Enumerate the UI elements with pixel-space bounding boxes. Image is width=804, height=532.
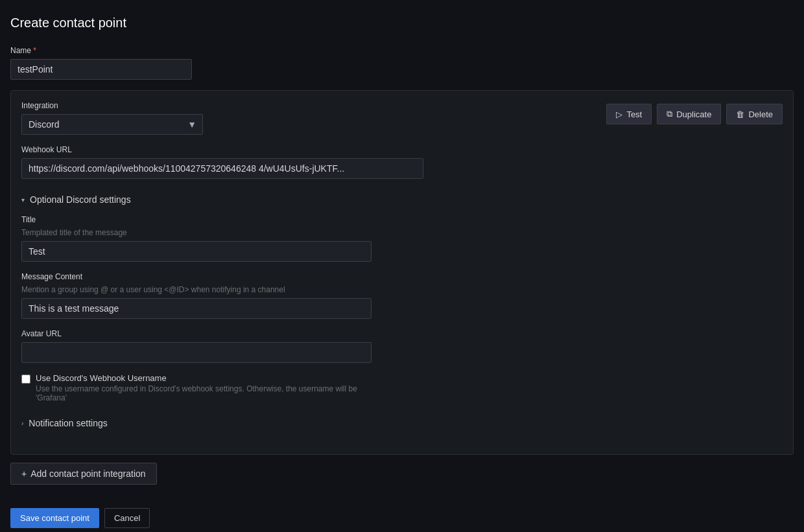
webhook-url-label: Webhook URL — [21, 145, 783, 154]
message-content-input[interactable] — [21, 298, 372, 319]
copy-icon: ⧉ — [667, 109, 672, 119]
webhook-username-label-group: Use Discord's Webhook Username Use the u… — [36, 373, 360, 402]
message-content-label: Message Content — [21, 272, 783, 281]
optional-discord-title: Optional Discord settings — [30, 194, 131, 205]
bottom-action-bar: Save contact point Cancel — [10, 508, 794, 528]
duplicate-button[interactable]: ⧉ Duplicate — [657, 104, 721, 124]
optional-discord-section: ▾ Optional Discord settings Title Templa… — [21, 189, 783, 402]
avatar-url-label: Avatar URL — [21, 329, 783, 338]
avatar-url-input[interactable] — [21, 342, 372, 363]
name-input[interactable] — [10, 59, 192, 80]
add-integration-label: Add contact point integration — [30, 468, 145, 479]
notification-settings-title: Notification settings — [29, 418, 107, 428]
webhook-username-checkbox[interactable] — [21, 375, 30, 384]
webhook-url-input[interactable] — [21, 158, 423, 179]
integration-label: Integration — [21, 101, 606, 110]
delete-button[interactable]: 🗑 Delete — [726, 104, 783, 124]
title-field-label: Title — [21, 215, 783, 224]
play-icon: ▷ — [616, 110, 622, 119]
integration-card: Integration Discord Email Slack PagerDut… — [10, 90, 794, 455]
plus-icon: + — [21, 468, 27, 479]
message-content-description: Mention a group using @ or a user using … — [21, 285, 783, 294]
save-contact-point-button[interactable]: Save contact point — [10, 508, 99, 528]
optional-discord-toggle[interactable]: ▾ Optional Discord settings — [21, 189, 783, 210]
name-required-indicator: * — [33, 46, 36, 55]
page-title: Create contact point — [10, 16, 794, 30]
webhook-username-label: Use Discord's Webhook Username — [36, 373, 360, 383]
chevron-down-icon: ▾ — [21, 196, 25, 203]
optional-discord-content: Title Templated title of the message Mes… — [21, 210, 783, 402]
name-label: Name * — [10, 46, 794, 55]
test-button[interactable]: ▷ Test — [606, 104, 652, 124]
integration-select[interactable]: Discord Email Slack PagerDuty Webhook — [21, 114, 203, 135]
integration-select-wrapper: Discord Email Slack PagerDuty Webhook ▼ — [21, 114, 203, 135]
integration-action-buttons: ▷ Test ⧉ Duplicate 🗑 Delete — [606, 104, 783, 124]
webhook-username-description: Use the username configured in Discord's… — [36, 384, 360, 402]
notification-settings-toggle[interactable]: › Notification settings — [21, 413, 783, 434]
cancel-button[interactable]: Cancel — [104, 508, 150, 528]
notification-settings-section: › Notification settings — [21, 413, 783, 434]
webhook-username-row: Use Discord's Webhook Username Use the u… — [21, 373, 783, 402]
trash-icon: 🗑 — [736, 110, 744, 119]
title-field-description: Templated title of the message — [21, 228, 783, 237]
chevron-right-icon: › — [21, 420, 23, 427]
title-input[interactable] — [21, 241, 372, 262]
add-integration-button[interactable]: + Add contact point integration — [10, 463, 157, 485]
